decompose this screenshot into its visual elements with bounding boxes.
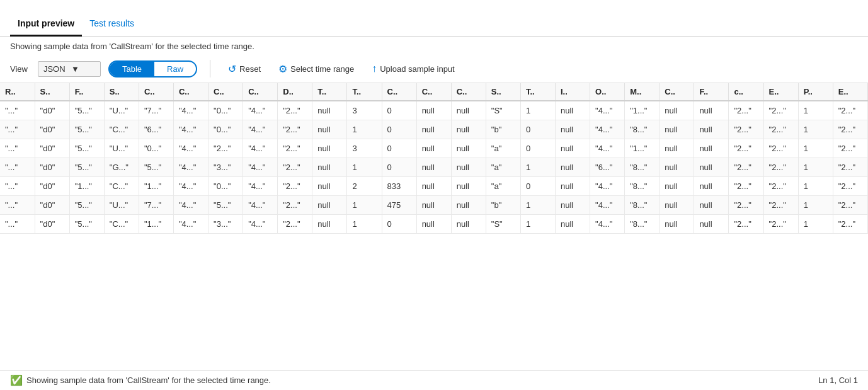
- data-table: R..S..F..S..C..C..C..C..D..T..T..C..C..C…: [0, 83, 868, 234]
- table-cell: "2...": [833, 215, 867, 234]
- cursor-position: Ln 1, Col 1: [818, 376, 858, 385]
- table-row[interactable]: "...""d0""5...""C...""1...""4...""3...""…: [0, 215, 868, 234]
- table-cell: null: [416, 158, 451, 177]
- table-cell: "4...": [243, 120, 278, 139]
- table-cell: 1: [798, 101, 833, 120]
- column-header: C..: [382, 83, 416, 101]
- table-container[interactable]: R..S..F..S..C..C..C..C..D..T..T..C..C..C…: [0, 83, 868, 370]
- table-cell: "4...": [173, 177, 208, 196]
- table-cell: null: [312, 101, 347, 120]
- table-cell: "8...": [625, 215, 660, 234]
- view-dropdown[interactable]: JSON ▼: [38, 61, 101, 77]
- column-header: C..: [243, 83, 278, 101]
- table-cell: "b": [486, 196, 520, 215]
- toggle-table-button[interactable]: Table: [110, 62, 154, 76]
- table-cell: 833: [382, 177, 416, 196]
- table-cell: 1: [798, 158, 833, 177]
- table-cell: "d0": [35, 101, 69, 120]
- table-row[interactable]: "...""d0""1...""C...""1...""4...""0...""…: [0, 177, 868, 196]
- table-cell: "6...": [590, 158, 625, 177]
- column-header: C..: [416, 83, 451, 101]
- table-cell: 0: [382, 158, 416, 177]
- table-cell: null: [694, 158, 729, 177]
- table-row[interactable]: "...""d0""5...""U...""0...""4...""2...""…: [0, 139, 868, 158]
- select-time-range-button[interactable]: ⚙ Select time range: [273, 60, 359, 77]
- column-header: D..: [278, 83, 312, 101]
- table-cell: "2...": [833, 120, 867, 139]
- table-cell: "2...": [729, 120, 763, 139]
- table-cell: null: [660, 196, 694, 215]
- table-cell: "5...": [69, 120, 104, 139]
- view-toggle-group: Table Raw: [108, 60, 197, 77]
- table-cell: null: [312, 196, 347, 215]
- table-cell: "2...": [833, 158, 867, 177]
- table-cell: 1: [520, 196, 555, 215]
- table-cell: "...": [0, 120, 35, 139]
- table-cell: "...": [0, 215, 35, 234]
- info-text: Showing sample data from 'CallStream' fo…: [10, 42, 254, 51]
- table-cell: "4...": [173, 120, 208, 139]
- table-cell: "4...": [173, 158, 208, 177]
- chevron-down-icon: ▼: [71, 64, 95, 74]
- table-cell: "1...": [625, 139, 660, 158]
- reset-button[interactable]: ↺ Reset: [223, 60, 266, 77]
- table-cell: "0...": [208, 101, 243, 120]
- table-cell: "1...": [139, 215, 173, 234]
- table-cell: "5...": [69, 139, 104, 158]
- table-cell: "b": [486, 120, 520, 139]
- table-cell: "3...": [208, 158, 243, 177]
- tab-test-results[interactable]: Test results: [82, 13, 142, 37]
- table-cell: null: [660, 215, 694, 234]
- table-cell: 1: [347, 158, 382, 177]
- table-row[interactable]: "...""d0""5...""G...""5...""4...""3...""…: [0, 158, 868, 177]
- table-cell: null: [556, 120, 590, 139]
- table-cell: "2...": [833, 196, 867, 215]
- table-cell: "2...": [833, 177, 867, 196]
- table-cell: "...": [0, 101, 35, 120]
- table-cell: "2...": [729, 101, 763, 120]
- table-cell: "0...": [208, 120, 243, 139]
- table-cell: "d0": [35, 158, 69, 177]
- table-cell: 0: [382, 101, 416, 120]
- table-cell: "4...": [243, 196, 278, 215]
- table-cell: "4...": [173, 139, 208, 158]
- table-cell: "4...": [590, 215, 625, 234]
- table-cell: "5...": [69, 215, 104, 234]
- table-cell: "U...": [104, 139, 139, 158]
- table-cell: "2...": [833, 101, 867, 120]
- table-cell: 2: [347, 177, 382, 196]
- table-cell: null: [451, 215, 486, 234]
- toggle-raw-button[interactable]: Raw: [154, 62, 196, 76]
- table-cell: null: [660, 101, 694, 120]
- table-cell: null: [312, 139, 347, 158]
- table-cell: 1: [798, 177, 833, 196]
- table-row[interactable]: "...""d0""5...""U...""7...""4...""0...""…: [0, 101, 868, 120]
- table-cell: "2...": [278, 158, 312, 177]
- column-header: P..: [798, 83, 833, 101]
- reset-icon: ↺: [228, 63, 236, 75]
- table-cell: "4...": [590, 120, 625, 139]
- table-cell: null: [694, 177, 729, 196]
- table-cell: "a": [486, 177, 520, 196]
- table-cell: 1: [347, 196, 382, 215]
- table-cell: "4...": [173, 196, 208, 215]
- table-cell: null: [416, 139, 451, 158]
- table-cell: "5...": [69, 158, 104, 177]
- upload-sample-input-button[interactable]: ↑ Upload sample input: [367, 60, 460, 77]
- table-cell: "8...": [625, 196, 660, 215]
- table-cell: null: [312, 158, 347, 177]
- table-row[interactable]: "...""d0""5...""U...""7...""4...""5...""…: [0, 196, 868, 215]
- tab-input-preview[interactable]: Input preview: [10, 13, 82, 37]
- table-cell: "d0": [35, 215, 69, 234]
- table-cell: "4...": [590, 139, 625, 158]
- table-cell: "2...": [729, 139, 763, 158]
- column-header: E..: [833, 83, 867, 101]
- table-cell: 1: [520, 158, 555, 177]
- upload-icon: ↑: [372, 63, 377, 74]
- table-row[interactable]: "...""d0""5...""C...""6...""4...""0...""…: [0, 120, 868, 139]
- table-cell: "...": [0, 196, 35, 215]
- table-cell: "6...": [139, 120, 173, 139]
- table-cell: "4...": [590, 177, 625, 196]
- column-header: R..: [0, 83, 35, 101]
- table-cell: null: [451, 120, 486, 139]
